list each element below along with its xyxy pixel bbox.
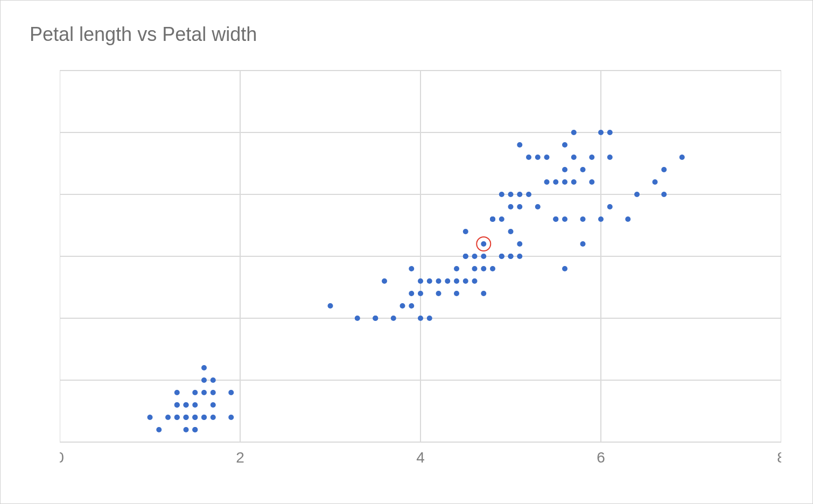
- data-point[interactable]: [201, 415, 207, 420]
- data-point[interactable]: [184, 402, 189, 408]
- data-point[interactable]: [481, 254, 486, 259]
- data-point[interactable]: [598, 130, 604, 135]
- data-point[interactable]: [679, 155, 685, 160]
- data-point[interactable]: [607, 130, 613, 135]
- data-point[interactable]: [517, 142, 522, 148]
- data-point[interactable]: [192, 402, 198, 408]
- data-point[interactable]: [508, 192, 514, 197]
- data-point[interactable]: [174, 415, 180, 420]
- data-point[interactable]: [553, 179, 558, 185]
- data-point[interactable]: [454, 291, 459, 296]
- data-point[interactable]: [490, 266, 495, 271]
- data-point[interactable]: [634, 192, 640, 197]
- data-point[interactable]: [355, 316, 360, 321]
- data-point[interactable]: [211, 402, 216, 408]
- data-point[interactable]: [562, 216, 567, 222]
- data-point[interactable]: [661, 192, 667, 197]
- data-point[interactable]: [517, 192, 522, 197]
- data-point[interactable]: [463, 278, 468, 284]
- data-point[interactable]: [535, 204, 541, 209]
- data-point[interactable]: [481, 266, 486, 271]
- data-point[interactable]: [427, 278, 432, 284]
- data-point[interactable]: [165, 415, 171, 420]
- data-point[interactable]: [463, 229, 468, 234]
- data-point[interactable]: [553, 216, 558, 222]
- data-point[interactable]: [174, 390, 180, 395]
- data-point[interactable]: [580, 216, 586, 222]
- data-point[interactable]: [174, 402, 180, 408]
- data-point[interactable]: [409, 266, 414, 271]
- data-point[interactable]: [571, 130, 577, 135]
- data-point[interactable]: [607, 204, 613, 209]
- data-point[interactable]: [436, 278, 441, 284]
- data-point[interactable]: [481, 291, 486, 296]
- data-point[interactable]: [454, 278, 459, 284]
- data-point[interactable]: [544, 179, 550, 185]
- data-point[interactable]: [418, 291, 423, 296]
- data-point[interactable]: [580, 241, 586, 247]
- data-point[interactable]: [562, 266, 567, 271]
- data-point[interactable]: [562, 142, 567, 148]
- data-point[interactable]: [571, 155, 577, 160]
- data-point[interactable]: [661, 167, 667, 172]
- data-point[interactable]: [148, 415, 153, 420]
- data-point[interactable]: [544, 155, 550, 160]
- data-point[interactable]: [418, 316, 423, 321]
- data-point[interactable]: [472, 266, 478, 271]
- data-point[interactable]: [418, 278, 423, 284]
- data-point[interactable]: [445, 278, 450, 284]
- data-point[interactable]: [373, 316, 378, 321]
- data-point[interactable]: [192, 390, 198, 395]
- data-point[interactable]: [625, 216, 630, 222]
- data-point[interactable]: [589, 179, 594, 185]
- data-point[interactable]: [184, 427, 189, 432]
- data-point[interactable]: [580, 167, 586, 172]
- data-point[interactable]: [517, 254, 522, 259]
- data-point[interactable]: [653, 179, 658, 185]
- data-point[interactable]: [508, 254, 514, 259]
- data-point[interactable]: [571, 179, 577, 185]
- data-point[interactable]: [508, 204, 514, 209]
- data-point[interactable]: [382, 278, 387, 284]
- data-point[interactable]: [192, 427, 198, 432]
- data-point[interactable]: [508, 229, 514, 234]
- data-point[interactable]: [463, 254, 468, 259]
- data-point[interactable]: [192, 415, 198, 420]
- data-point[interactable]: [526, 192, 531, 197]
- data-point[interactable]: [201, 390, 207, 395]
- data-point[interactable]: [472, 254, 478, 259]
- data-point[interactable]: [499, 254, 504, 259]
- data-point[interactable]: [228, 390, 234, 395]
- data-point[interactable]: [535, 155, 541, 160]
- data-point[interactable]: [517, 204, 522, 209]
- data-point[interactable]: [517, 241, 522, 247]
- data-point[interactable]: [436, 291, 441, 296]
- data-point[interactable]: [156, 427, 162, 432]
- data-point[interactable]: [562, 179, 567, 185]
- data-point[interactable]: [562, 167, 567, 172]
- data-point[interactable]: [328, 303, 333, 309]
- data-point[interactable]: [391, 316, 396, 321]
- data-point[interactable]: [499, 192, 504, 197]
- data-point[interactable]: [409, 303, 414, 309]
- data-point[interactable]: [201, 377, 207, 383]
- data-point[interactable]: [211, 377, 216, 383]
- data-point[interactable]: [598, 216, 604, 222]
- data-point[interactable]: [472, 278, 478, 284]
- data-point[interactable]: [228, 415, 234, 420]
- data-point[interactable]: [481, 241, 486, 247]
- data-point[interactable]: [427, 316, 432, 321]
- data-point[interactable]: [526, 155, 531, 160]
- data-point[interactable]: [211, 415, 216, 420]
- x-tick-label: 0: [60, 449, 64, 466]
- data-point[interactable]: [184, 415, 189, 420]
- data-point[interactable]: [499, 216, 504, 222]
- data-point[interactable]: [589, 155, 594, 160]
- data-point[interactable]: [490, 216, 495, 222]
- data-point[interactable]: [409, 291, 414, 296]
- data-point[interactable]: [454, 266, 459, 271]
- data-point[interactable]: [211, 390, 216, 395]
- data-point[interactable]: [607, 155, 613, 160]
- data-point[interactable]: [201, 365, 207, 370]
- data-point[interactable]: [400, 303, 405, 309]
